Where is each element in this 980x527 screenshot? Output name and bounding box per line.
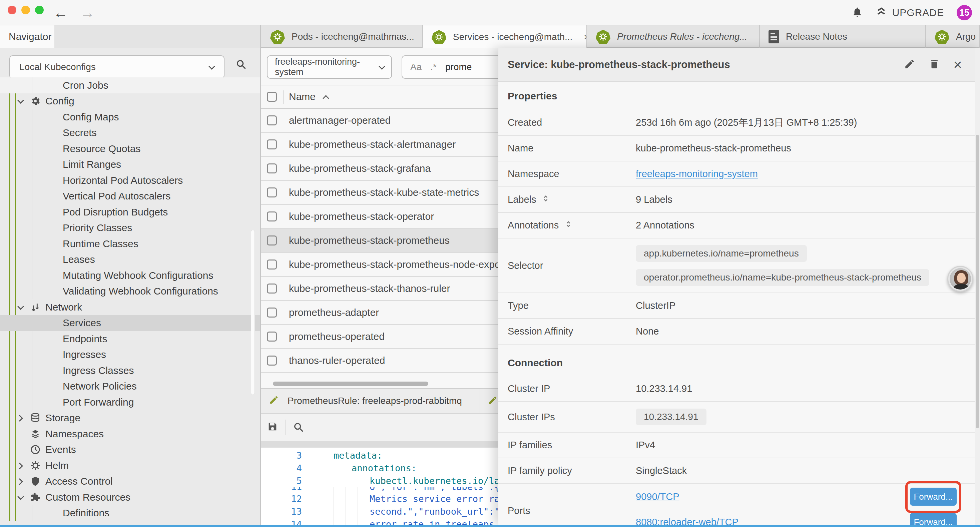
notification-count-badge[interactable]: 15 xyxy=(957,5,972,20)
sidebar-item-network[interactable]: Network xyxy=(0,299,261,315)
editor-line-4[interactable]: 4annotations: xyxy=(261,462,498,474)
row-checkbox[interactable] xyxy=(267,355,277,366)
sidebar-item-ingress-classes[interactable]: Ingress Classes xyxy=(0,363,261,379)
tab-argo-se[interactable]: Argo Se xyxy=(926,25,980,48)
row-checkbox[interactable] xyxy=(267,212,277,221)
back-arrow-button[interactable]: ← xyxy=(53,0,68,25)
forward-button[interactable]: Forward... xyxy=(910,513,957,525)
table-row-alertmanager-operated[interactable]: alertmanager-operated xyxy=(261,109,498,133)
editor-line-13[interactable]: 13second.","runbook_url":"https://net xyxy=(261,505,498,517)
match-case-icon[interactable]: Aa xyxy=(410,62,422,72)
table-row-kube-prometheus-stack-thanos-ruler[interactable]: kube-prometheus-stack-thanos-ruler xyxy=(261,277,498,301)
table-row-prometheus-adapter[interactable]: prometheus-adapter xyxy=(261,301,498,325)
sidebar-item-cron-jobs[interactable]: Cron Jobs xyxy=(0,77,261,93)
select-all-checkbox[interactable] xyxy=(267,92,277,102)
tab-prometheus-rules-icecheng[interactable]: Prometheus Rules - icecheng... xyxy=(587,25,760,48)
user-avatar[interactable] xyxy=(947,266,973,292)
sidebar-item-storage[interactable]: Storage xyxy=(0,410,261,426)
forward-button[interactable]: Forward... xyxy=(910,488,957,506)
regex-icon[interactable]: .* xyxy=(430,62,437,72)
tab-pods-icecheng-mathmas[interactable]: Pods - icecheng@mathmas... xyxy=(261,25,423,48)
sidebar-item-leases[interactable]: Leases xyxy=(0,252,261,268)
table-row-kube-prometheus-stack-operator[interactable]: kube-prometheus-stack-operator xyxy=(261,205,498,229)
editor-line-14[interactable]: 14error rate in freeleaps metrics ser xyxy=(261,517,498,525)
traffic-light-close-button[interactable] xyxy=(8,6,16,14)
port-link[interactable]: 8080:reloader-web/TCP xyxy=(636,517,738,525)
sidebar-item-validating-webhook-configurations[interactable]: Validating Webhook Configurations xyxy=(0,283,261,299)
tab-release-notes[interactable]: Release Notes xyxy=(760,25,926,48)
sidebar-item-runtime-classes[interactable]: Runtime Classes xyxy=(0,236,261,252)
tab-services-icecheng-math[interactable]: Services - icecheng@math...× xyxy=(423,25,587,49)
close-icon[interactable]: × xyxy=(953,57,962,72)
editor-partial-line[interactable]: 11o", for : nm , labels :{ service : xyxy=(261,487,498,492)
tab-close-icon[interactable]: × xyxy=(584,31,587,43)
sidebar-item-config[interactable]: Config xyxy=(0,93,261,110)
table-row-prometheus-operated[interactable]: prometheus-operated xyxy=(261,325,498,349)
sidebar-item-namespaces[interactable]: Namespaces xyxy=(0,426,261,442)
row-checkbox[interactable] xyxy=(267,139,277,150)
chevron-right-icon[interactable] xyxy=(18,463,23,469)
table-row-kube-prometheus-stack-prometheus[interactable]: kube-prometheus-stack-prometheus xyxy=(261,229,498,253)
sort-updown-icon[interactable] xyxy=(564,220,573,231)
sidebar-item-custom-resources[interactable]: Custom Resources xyxy=(0,489,261,505)
chevron-right-icon[interactable] xyxy=(18,415,23,421)
chevron-right-icon[interactable] xyxy=(18,478,23,484)
table-row-kube-prometheus-stack-prometheus-node-expor[interactable]: kube-prometheus-stack-prometheus-node-ex… xyxy=(261,253,498,277)
sidebar-item-ingresses[interactable]: Ingresses xyxy=(0,347,261,363)
upgrade-button[interactable]: UPGRADE xyxy=(876,6,944,20)
list-search-input[interactable]: Aa .* prome xyxy=(402,56,498,79)
forward-arrow-button[interactable]: → xyxy=(80,0,95,25)
sidebar-item-resource-quotas[interactable]: Resource Quotas xyxy=(0,141,261,157)
yaml-editor[interactable]: 3metadata:4annotations:5kubectl.kubernet… xyxy=(261,447,498,525)
chevron-down-icon[interactable] xyxy=(18,98,23,104)
sidebar-item-vertical-pod-autoscalers[interactable]: Vertical Pod Autoscalers xyxy=(0,188,261,204)
dock-tab-partial[interactable] xyxy=(480,389,498,413)
sidebar-item-port-forwarding[interactable]: Port Forwarding xyxy=(0,394,261,410)
editor-line-12[interactable]: 12Metrics service error rate is {{ $va xyxy=(261,492,498,505)
navigator-panel-tab[interactable]: Navigator xyxy=(0,25,54,48)
sidebar-item-config-maps[interactable]: Config Maps xyxy=(0,109,261,125)
save-icon[interactable] xyxy=(267,421,278,434)
sidebar-item-mutating-webhook-configurations[interactable]: Mutating Webhook Configurations xyxy=(0,267,261,283)
row-checkbox[interactable] xyxy=(267,307,277,318)
traffic-light-minimize-button[interactable] xyxy=(21,6,30,14)
editor-line-5[interactable]: 5kubectl.kubernetes.io/last-applied-co xyxy=(261,474,498,487)
row-checkbox[interactable] xyxy=(267,283,277,293)
sidebar-item-helm[interactable]: Helm xyxy=(0,458,261,474)
namespace-selector-dropdown[interactable]: freeleaps-monitoring-system xyxy=(267,56,392,79)
sidebar-item-definitions[interactable]: Definitions xyxy=(0,505,261,521)
sidebar-item-access-control[interactable]: Access Control xyxy=(0,474,261,490)
chevron-down-icon[interactable] xyxy=(18,494,23,500)
namespace-link[interactable]: freeleaps-monitoring-system xyxy=(636,169,758,180)
sidebar-item-endpoints[interactable]: Endpoints xyxy=(0,331,261,347)
editor-search-icon[interactable] xyxy=(293,422,304,434)
row-checkbox[interactable] xyxy=(267,188,277,197)
row-checkbox[interactable] xyxy=(267,164,277,174)
sidebar-item-services[interactable]: Services xyxy=(0,315,261,331)
table-row-kube-prometheus-stack-grafana[interactable]: kube-prometheus-stack-grafana xyxy=(261,157,498,181)
horizontal-scrollbar[interactable] xyxy=(273,382,428,386)
table-row-kube-prometheus-stack-kube-state-metrics[interactable]: kube-prometheus-stack-kube-state-metrics xyxy=(261,181,498,205)
port-link[interactable]: 9090/TCP xyxy=(636,491,679,502)
editor-line-3[interactable]: 3metadata: xyxy=(261,449,498,462)
row-checkbox[interactable] xyxy=(267,236,277,245)
detail-scrollbar-thumb[interactable] xyxy=(976,135,979,428)
notifications-bell-icon[interactable] xyxy=(851,6,863,19)
sidebar-item-secrets[interactable]: Secrets xyxy=(0,125,261,141)
row-checkbox[interactable] xyxy=(267,331,277,342)
sidebar-item-horizontal-pod-autoscalers[interactable]: Horizontal Pod Autoscalers xyxy=(0,172,261,188)
sidebar-scrollbar[interactable] xyxy=(251,230,255,395)
sidebar-search-icon[interactable] xyxy=(235,59,247,72)
editor-line-11[interactable]: 11o", for : nm , labels :{ service : xyxy=(261,487,498,492)
detail-scrollbar-track[interactable] xyxy=(975,48,980,525)
edit-pencil-icon[interactable] xyxy=(904,58,915,71)
kubeconfig-selector-dropdown[interactable]: Local Kubeconfigs xyxy=(10,56,224,79)
sidebar-item-network-policies[interactable]: Network Policies xyxy=(0,379,261,395)
sidebar-item-priority-classes[interactable]: Priority Classes xyxy=(0,220,261,236)
sort-updown-icon[interactable] xyxy=(541,194,550,205)
dock-tab-prometheusrule[interactable]: PrometheusRule: freeleaps-prod-rabbitmq xyxy=(261,389,480,413)
chevron-down-icon[interactable] xyxy=(18,304,23,310)
sidebar-item-events[interactable]: Events xyxy=(0,442,261,458)
name-column-header[interactable]: Name xyxy=(289,91,328,102)
sidebar-item-pod-disruption-budgets[interactable]: Pod Disruption Budgets xyxy=(0,204,261,220)
